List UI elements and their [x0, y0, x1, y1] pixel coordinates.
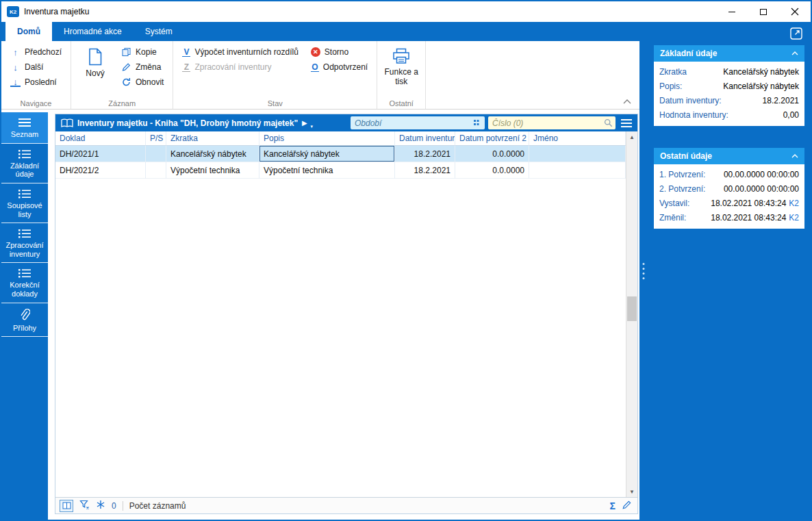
- sidebar-item-zakladni-udaje[interactable]: Základní údaje: [1, 144, 48, 183]
- cell-zkratka[interactable]: Výpočetní technika: [166, 162, 259, 179]
- scrollbar-thumb[interactable]: [627, 296, 637, 321]
- cell-doklad[interactable]: DH/2021/2: [55, 162, 146, 179]
- scrollbar-track[interactable]: [626, 142, 637, 486]
- browse-area: Inventury majetku - Kniha "DH, Drobný hm…: [55, 114, 638, 514]
- period-filter-input[interactable]: [351, 116, 485, 129]
- field-row: Změnil: 18.02.2021 08:43:24 K2: [659, 210, 799, 225]
- tab-domu[interactable]: Domů: [5, 22, 52, 41]
- period-picker-icon[interactable]: [473, 118, 482, 129]
- field-value: 0,00: [783, 110, 799, 120]
- sidebar-item-soupisove-listy[interactable]: Soupisové listy: [1, 183, 48, 223]
- cell-datum-potvrzeni-2[interactable]: 0.0.0000: [455, 146, 529, 162]
- column-header-popis[interactable]: Popis: [259, 131, 395, 146]
- field-row: Vystavil: 18.02.2021 08:43:24 K2: [659, 196, 799, 210]
- field-value: Kancelářský nábytek: [723, 67, 799, 77]
- sum-button[interactable]: Σ: [610, 500, 616, 511]
- frozen-records-button[interactable]: [96, 500, 105, 511]
- new-button[interactable]: Nový: [77, 45, 114, 90]
- detail-list-icon: [18, 149, 31, 159]
- window-controls: [716, 1, 811, 22]
- cell-doklad[interactable]: DH/2021/1: [55, 146, 146, 162]
- cell-ps[interactable]: [146, 146, 166, 162]
- column-header-datum-inventury[interactable]: Datum inventury: [395, 131, 455, 146]
- column-header-doklad[interactable]: Doklad: [55, 131, 146, 146]
- view-mode-button[interactable]: [60, 500, 73, 512]
- column-header-ps[interactable]: P/S: [146, 131, 166, 146]
- table-header-row: Doklad P/S Zkratka Popis Datum inventury…: [55, 131, 626, 146]
- vertical-scrollbar[interactable]: ▲ ▼: [626, 131, 637, 497]
- caret-down-icon: ▾: [311, 124, 314, 129]
- filter-button[interactable]: [79, 500, 90, 512]
- field-label: 1. Potvrzení:: [659, 170, 705, 179]
- cell-datum-inventury[interactable]: 18.2.2021: [395, 162, 455, 179]
- field-row: Hodnota inventury: 0,00: [659, 107, 799, 122]
- copy-button[interactable]: Kopie: [118, 45, 167, 60]
- book-icon: [61, 118, 73, 128]
- cell-popis[interactable]: Výpočetní technika: [259, 162, 395, 179]
- cell-datum-potvrzeni-2[interactable]: 0.0.0000: [455, 162, 529, 179]
- storno-button[interactable]: ✕ Storno: [307, 45, 371, 60]
- tab-hromadne-akce[interactable]: Hromadné akce: [52, 22, 134, 41]
- column-header-datum-potvrzeni-2[interactable]: Datum potvrzení 2: [455, 131, 529, 146]
- number-search-input[interactable]: [488, 116, 616, 129]
- scroll-up-icon[interactable]: ▲: [626, 131, 637, 142]
- field-value: 00.00.0000 00:00:00: [724, 184, 799, 194]
- expand-panel-button[interactable]: [790, 27, 804, 41]
- panel-header[interactable]: Ostatní údaje: [654, 148, 804, 164]
- sidebar-item-seznam[interactable]: Seznam: [1, 112, 48, 144]
- edit-label: Změna: [136, 62, 161, 72]
- ribbon-group-navigace: ↑ Předchozí ↓ Další ↓ Poslední Navigace: [1, 41, 71, 109]
- pencil-icon: [622, 500, 632, 510]
- column-header-zkratka[interactable]: Zkratka: [166, 131, 259, 146]
- close-button[interactable]: [779, 1, 811, 22]
- printer-icon: [392, 48, 410, 64]
- expand-icon: [790, 27, 802, 40]
- main-column: Domů Hromadné akce Systém ↑ Předchozí ↓ …: [1, 22, 639, 520]
- sidebar-item-korekcni-doklady[interactable]: Korekční doklady: [1, 263, 48, 303]
- ribbon-collapse-button[interactable]: [623, 97, 631, 106]
- splitter-grip-icon: [643, 263, 645, 279]
- functions-print-button[interactable]: Funkce a tisk: [383, 45, 420, 87]
- letter-o-icon: O: [311, 63, 319, 72]
- minimize-button[interactable]: [716, 1, 748, 22]
- edit-button[interactable]: Změna: [118, 60, 167, 75]
- cell-ps[interactable]: [146, 162, 166, 179]
- cell-jmeno[interactable]: [529, 162, 626, 179]
- arrow-down-icon: ↓: [10, 63, 21, 72]
- panel-splitter[interactable]: [639, 22, 648, 520]
- refresh-button[interactable]: Obnovit: [118, 75, 167, 90]
- process-inventory-button: Z Zpracování inventury: [179, 60, 301, 75]
- sidebar-item-zpracovani-inventury[interactable]: Zpracování inventury: [1, 223, 48, 263]
- field-value: 18.02.2021 08:43:24: [711, 213, 786, 223]
- sidebar-label: Základní údaje: [3, 162, 47, 179]
- maximize-button[interactable]: [748, 1, 779, 22]
- table-empty-area: [55, 179, 626, 497]
- unconfirm-button[interactable]: O Odpotvrzení: [307, 60, 371, 75]
- sidebar-label: Korekční doklady: [3, 281, 47, 298]
- last-button[interactable]: ↓ Poslední: [7, 75, 65, 90]
- next-button[interactable]: ↓ Další: [7, 60, 65, 75]
- hamburger-menu-icon[interactable]: [621, 119, 632, 127]
- table-row[interactable]: DH/2021/1 Kancelářský nábytek Kancelářsk…: [55, 146, 626, 162]
- sidebar-item-prilohy[interactable]: Přílohy: [1, 303, 48, 338]
- filters: [351, 116, 634, 129]
- column-header-jmeno[interactable]: Jméno: [529, 131, 626, 146]
- filter-icon: [79, 500, 90, 510]
- scroll-down-icon[interactable]: ▼: [626, 486, 637, 497]
- cell-zkratka[interactable]: Kancelářský nábytek: [166, 146, 259, 162]
- next-label: Další: [25, 62, 43, 72]
- ribbon-group-stav: V Výpočet inventurních rozdílů ✕ Storno …: [173, 41, 377, 109]
- previous-button[interactable]: ↑ Předchozí: [7, 45, 65, 60]
- paperclip-icon: [19, 309, 30, 321]
- book-menu-button[interactable]: ▶▾: [302, 119, 313, 127]
- browse-header: Inventury majetku - Kniha "DH, Drobný hm…: [55, 114, 637, 131]
- table-row[interactable]: DH/2021/2 Výpočetní technika Výpočetní t…: [55, 162, 626, 179]
- tab-system[interactable]: Systém: [134, 22, 184, 41]
- panel-header[interactable]: Základní údaje: [654, 45, 804, 62]
- cell-popis-focused[interactable]: Kancelářský nábytek: [259, 146, 395, 162]
- cell-jmeno[interactable]: [529, 146, 626, 162]
- edit-record-button[interactable]: [622, 500, 632, 512]
- sidebar-label: Zpracování inventury: [3, 241, 47, 258]
- inventory-differences-button[interactable]: V Výpočet inventurních rozdílů: [179, 45, 301, 60]
- cell-datum-inventury[interactable]: 18.2.2021: [395, 146, 455, 162]
